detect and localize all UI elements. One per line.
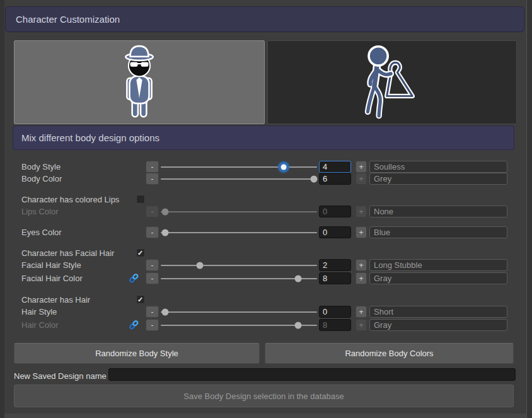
- facial-hair-color-slider[interactable]: [161, 272, 317, 284]
- lips-color-name-field: None: [369, 206, 507, 218]
- facial-hair-style-name-field[interactable]: Long Stubble: [369, 259, 507, 271]
- hair-style-slider[interactable]: [161, 306, 317, 318]
- slider-knob: [162, 208, 169, 215]
- eyes-color-name-field[interactable]: Blue: [369, 226, 507, 238]
- slider-knob[interactable]: [311, 175, 318, 182]
- hair-color-minus-button[interactable]: -: [146, 319, 159, 331]
- body-color-name-field[interactable]: Grey: [369, 173, 507, 185]
- wardrobe-preview-panel: [267, 40, 517, 124]
- body-style-row: Body Style - + Soulless: [0, 161, 532, 173]
- lips-color-row: Lips Color - + None: [0, 206, 532, 218]
- facial-hair-style-slider[interactable]: [161, 259, 317, 271]
- slider-knob[interactable]: [197, 262, 204, 269]
- hair-toggle-label: Character has Hair: [21, 294, 90, 306]
- body-color-plus-button[interactable]: +: [356, 173, 367, 185]
- saved-design-name-label: New Saved Design name: [14, 370, 107, 382]
- body-color-label: Body Color: [21, 173, 62, 185]
- body-color-minus-button[interactable]: -: [146, 173, 159, 185]
- section-header-text: Mix different body design options: [21, 132, 159, 143]
- link-icon[interactable]: [129, 273, 139, 284]
- colored-lips-label: Character has colored Lips: [21, 194, 119, 206]
- character-preview-panel: [14, 40, 265, 124]
- randomize-body-style-button[interactable]: Randomize Body Style: [14, 343, 260, 364]
- window-title-bar: Character Customization: [5, 6, 524, 32]
- eyes-color-value-input[interactable]: [319, 226, 351, 238]
- eyes-color-label: Eyes Color: [21, 226, 62, 238]
- facial-hair-checkbox[interactable]: [136, 248, 145, 257]
- eyes-color-slider[interactable]: [161, 226, 317, 238]
- save-body-design-button[interactable]: Save Body Design selection in the databa…: [14, 385, 514, 407]
- facial-hair-color-plus-button[interactable]: +: [356, 272, 367, 284]
- hair-style-label: Hair Style: [21, 306, 57, 318]
- window-title: Character Customization: [16, 14, 120, 25]
- body-style-plus-button[interactable]: +: [356, 161, 367, 173]
- facial-hair-style-label: Facial Hair Style: [21, 259, 81, 271]
- hair-style-row: Hair Style - + Short: [0, 306, 532, 318]
- hair-style-plus-button[interactable]: +: [356, 306, 367, 318]
- body-style-label: Body Style: [21, 161, 61, 173]
- hair-checkbox[interactable]: [136, 295, 145, 304]
- hair-style-value-input[interactable]: [319, 306, 351, 318]
- slider-track-line: [161, 211, 317, 212]
- slider-knob[interactable]: [280, 164, 286, 170]
- facial-hair-color-value-input[interactable]: [319, 272, 351, 284]
- body-color-slider[interactable]: [161, 173, 317, 185]
- slider-track-line: [161, 232, 317, 233]
- body-style-name-field[interactable]: Soulless: [369, 161, 507, 173]
- facial-hair-style-plus-button[interactable]: +: [356, 259, 367, 271]
- window-bottom-edge: [4, 414, 526, 418]
- eyes-color-row: Eyes Color - + Blue: [0, 226, 532, 238]
- body-color-value-input[interactable]: [319, 173, 351, 185]
- hair-color-plus-button: +: [356, 319, 367, 331]
- eyes-color-minus-button[interactable]: -: [146, 226, 159, 238]
- slider-track-line: [161, 265, 317, 266]
- hair-toggle-row: Character has Hair: [0, 294, 532, 306]
- slider-track-line: [161, 311, 317, 313]
- facial-hair-color-name-field[interactable]: Gray: [369, 272, 507, 284]
- body-style-slider[interactable]: [161, 161, 317, 173]
- facial-hair-style-row: Facial Hair Style - + Long Stubble: [0, 259, 532, 271]
- lips-color-slider: [161, 206, 317, 218]
- slider-track-line: [161, 325, 317, 326]
- link-icon[interactable]: [129, 320, 139, 330]
- slider-knob[interactable]: [295, 322, 302, 328]
- lips-color-label: Lips Color: [21, 206, 59, 218]
- hair-style-name-field[interactable]: Short: [369, 306, 507, 318]
- colored-lips-row: Character has colored Lips: [0, 194, 532, 206]
- slider-track-line: [161, 178, 317, 180]
- slider-knob[interactable]: [295, 275, 302, 282]
- facial-hair-toggle-label: Character has Facial Hair: [21, 247, 114, 259]
- facial-hair-style-value-input[interactable]: [319, 259, 351, 271]
- wardrobe-hanger-preview-image: [349, 43, 435, 122]
- slider-track-line: [161, 278, 317, 279]
- lips-color-value-input: [319, 206, 351, 218]
- section-header: Mix different body design options: [13, 125, 514, 150]
- character-preview-image: [105, 44, 174, 122]
- body-style-minus-button[interactable]: -: [146, 161, 159, 173]
- lips-color-plus-button: +: [356, 206, 367, 218]
- hat-shape: [125, 46, 153, 61]
- eyes-color-plus-button[interactable]: +: [356, 226, 367, 238]
- hair-color-slider[interactable]: [161, 319, 317, 331]
- facial-hair-color-label: Facial Hair Color: [21, 272, 83, 284]
- lips-color-minus-button: -: [146, 206, 159, 218]
- facial-hair-toggle-row: Character has Facial Hair: [0, 247, 532, 259]
- facial-hair-color-row: Facial Hair Color - + Gray: [0, 272, 532, 284]
- colored-lips-checkbox[interactable]: [136, 195, 145, 204]
- randomize-body-colors-button[interactable]: Randomize Body Colors: [265, 343, 514, 364]
- hair-color-value-input: [319, 319, 351, 331]
- hair-color-label: Hair Color: [21, 319, 59, 331]
- slider-track-line: [161, 166, 317, 168]
- slider-knob[interactable]: [162, 308, 169, 315]
- hair-color-row: Hair Color - + Gray: [0, 319, 532, 331]
- saved-design-name-input[interactable]: [108, 368, 516, 381]
- body-style-value-input[interactable]: [319, 161, 351, 173]
- facial-hair-style-minus-button[interactable]: -: [146, 259, 159, 271]
- hair-style-minus-button[interactable]: -: [146, 306, 159, 318]
- facial-hair-color-minus-button[interactable]: -: [146, 272, 159, 284]
- slider-knob[interactable]: [162, 229, 169, 236]
- hair-color-name-field[interactable]: Gray: [369, 319, 507, 331]
- body-color-row: Body Color - + Grey: [0, 173, 532, 185]
